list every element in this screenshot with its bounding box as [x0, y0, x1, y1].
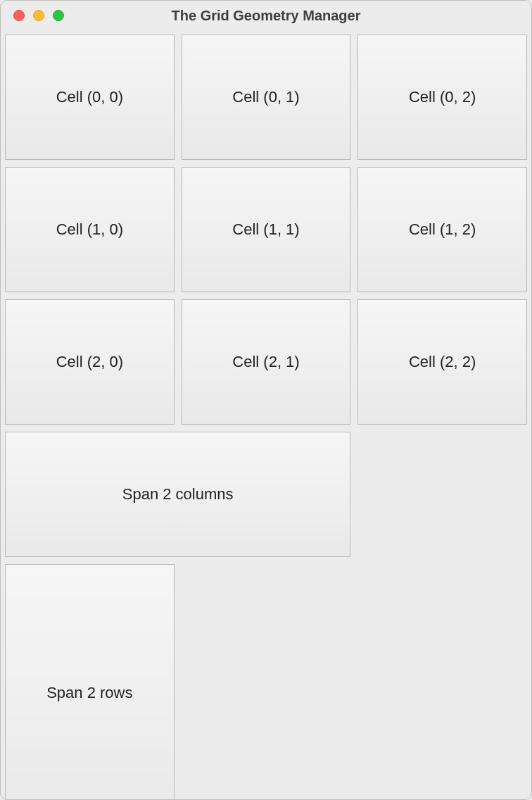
- grid-cell-0-1: Cell (0, 1): [182, 35, 351, 160]
- cell-label: Cell (2, 2): [409, 353, 476, 371]
- cell-label: Span 2 rows: [46, 684, 132, 702]
- window-title: The Grid Geometry Manager: [1, 8, 531, 24]
- close-icon[interactable]: [13, 10, 25, 21]
- grid-cell-1-2: Cell (1, 2): [357, 167, 527, 292]
- cell-label: Cell (2, 1): [232, 353, 299, 371]
- cell-label: Cell (0, 2): [409, 88, 476, 106]
- grid-cell-2-2: Cell (2, 2): [357, 299, 527, 425]
- cell-label: Cell (0, 1): [232, 88, 299, 106]
- cell-label: Span 2 columns: [122, 485, 234, 504]
- cell-label: Cell (1, 2): [409, 220, 476, 239]
- grid-cell-span-rows: Span 2 rows: [5, 564, 175, 800]
- cell-label: Cell (2, 0): [56, 353, 123, 371]
- grid-cell-2-0: Cell (2, 0): [5, 299, 175, 425]
- titlebar: The Grid Geometry Manager: [1, 1, 531, 30]
- grid-cell-1-1: Cell (1, 1): [182, 167, 351, 292]
- grid-cell-1-0: Cell (1, 0): [5, 167, 175, 292]
- window-controls: [1, 10, 64, 21]
- grid-content: Cell (0, 0) Cell (0, 1) Cell (0, 2) Cell…: [1, 30, 531, 800]
- grid-cell-2-1: Cell (2, 1): [182, 299, 351, 425]
- grid-cell-0-2: Cell (0, 2): [357, 35, 527, 160]
- cell-label: Cell (1, 1): [232, 220, 299, 239]
- zoom-icon[interactable]: [53, 10, 64, 21]
- grid-cell-0-0: Cell (0, 0): [5, 35, 175, 160]
- application-window: The Grid Geometry Manager Cell (0, 0) Ce…: [0, 0, 532, 800]
- cell-label: Cell (0, 0): [56, 88, 123, 106]
- cell-label: Cell (1, 0): [56, 220, 123, 239]
- grid-cell-span-columns: Span 2 columns: [5, 432, 350, 557]
- minimize-icon[interactable]: [33, 10, 44, 21]
